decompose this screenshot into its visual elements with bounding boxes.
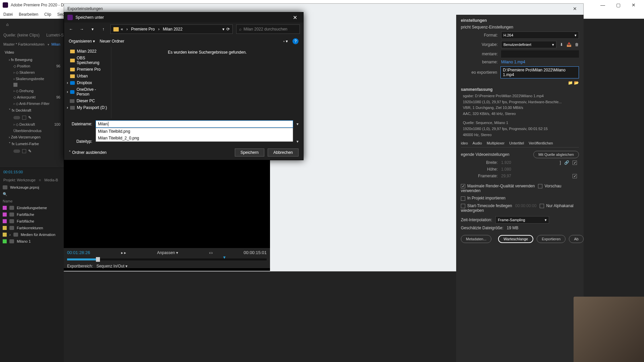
close-button[interactable]: ✕ — [626, 0, 641, 10]
filetype-dropdown[interactable]: ▾ — [297, 139, 299, 144]
filename-dropdown[interactable]: ▾ — [297, 122, 299, 126]
tab-audio[interactable]: Audio — [473, 141, 482, 145]
prop-position[interactable]: ◇ Position96 — [0, 63, 64, 69]
save-button[interactable]: Speichern — [235, 148, 264, 157]
lumetri-tools[interactable]: ✎ — [0, 147, 64, 155]
tab-video[interactable]: ideo — [461, 141, 468, 145]
tree-premiere[interactable]: Premiere Pro — [64, 66, 111, 73]
cancel-button[interactable]: Abbrechen — [268, 148, 299, 157]
prop-opacity-val[interactable]: › ◇ Deckkraft100 — [0, 121, 64, 128]
fx-timeremap[interactable]: › Zeit-Verzerrungen — [0, 134, 64, 140]
prop-uniform[interactable] — [0, 82, 64, 88]
link-icon[interactable]: 🔗 — [564, 160, 569, 165]
prop-scalewidth[interactable]: › Skalierungsbreite — [0, 76, 64, 82]
prop-blendmode[interactable]: Überblendmodus — [0, 128, 64, 134]
menu-edit[interactable]: Bearbeiten — [19, 12, 38, 17]
output-path[interactable]: D:\Premiere Pro\Milan 2022\Milano 1.mp4 — [500, 66, 579, 78]
preset-save-icon[interactable]: ⬇ — [560, 42, 563, 47]
chk-starttc[interactable] — [461, 204, 465, 208]
menu-file[interactable]: Datei — [3, 12, 13, 17]
queue-button[interactable]: Warteschlange — [498, 235, 533, 243]
match-source-button[interactable]: Mit Quelle abgleichen — [533, 151, 579, 158]
export-close-button[interactable]: ✕ — [570, 6, 580, 11]
tree-dropbox[interactable]: ›Dropbox — [64, 79, 111, 86]
refresh-button[interactable]: ⟳ — [226, 27, 230, 32]
view-button[interactable]: ▫ ▾ — [283, 39, 288, 44]
chk-alpha[interactable] — [540, 204, 544, 208]
folder-open-icon[interactable]: 📂 — [574, 80, 579, 85]
minimize-button[interactable]: — — [595, 0, 610, 10]
home-icon[interactable]: ⌂ — [4, 21, 11, 28]
tree-obs[interactable]: OBS Speicherung — [64, 55, 111, 66]
list-item[interactable]: Farbfläche — [0, 211, 64, 218]
list-item[interactable]: Farbfläche — [0, 218, 64, 225]
new-folder-button[interactable]: Neuer Ordner — [100, 39, 124, 44]
list-item[interactable]: ›Medien für Animation — [0, 231, 64, 238]
fx-opacity[interactable]: ˅ fx Deckkraft — [0, 107, 64, 114]
tab-multiplexer[interactable]: Multiplexer — [487, 141, 504, 145]
export-range-select[interactable]: Sequenz In/Out ▾ — [96, 264, 127, 268]
tree-passport[interactable]: ›My Passport (D:) — [64, 104, 111, 111]
name-column[interactable]: Name — [0, 198, 64, 204]
fit-select[interactable]: Anpassen — [157, 250, 175, 255]
breadcrumb-premiere[interactable]: Premiere Pro — [131, 27, 155, 32]
addr-dropdown[interactable]: ▾ — [222, 27, 224, 32]
opacity-tools[interactable]: ✎ — [0, 114, 64, 121]
tab-publish[interactable]: Veröffentlichen — [529, 141, 553, 145]
up-button[interactable]: ↑ — [100, 25, 107, 33]
address-bar[interactable]: « Premiere Pro Milan 2022 ▾ ⟳ — [110, 24, 233, 34]
list-item[interactable]: Farbkorrekturen — [0, 225, 64, 231]
saveas-close-button[interactable]: ✕ — [290, 14, 300, 21]
organize-menu[interactable]: Organisieren ▾ — [69, 39, 95, 44]
recent-dropdown[interactable]: ▾ — [89, 25, 96, 33]
comments-input[interactable] — [501, 50, 579, 58]
preset-delete-icon[interactable]: 🗑 — [575, 42, 579, 47]
help-icon[interactable]: ? — [292, 38, 299, 44]
search-input[interactable]: ⌕ Milan 2022 durchsuchen — [236, 24, 300, 34]
dim-checkbox[interactable] — [573, 161, 577, 165]
menu-clip[interactable]: Clip — [44, 12, 51, 17]
folder-icon[interactable]: 📁 — [568, 80, 573, 85]
chk-preview[interactable] — [538, 184, 542, 188]
suggestion-item[interactable]: Milan Titelbild_2_0.png — [96, 135, 293, 141]
chk-import[interactable] — [461, 196, 465, 201]
slider-knob[interactable] — [96, 257, 100, 262]
ab-button[interactable]: Ab — [569, 235, 583, 243]
interp-select[interactable]: Frame-Sampling▾ — [495, 216, 549, 224]
preset-import-icon[interactable]: 📥 — [567, 42, 572, 47]
list-item[interactable]: Milano 1 — [0, 238, 64, 245]
filename-input[interactable]: Milan — [96, 120, 293, 128]
search-row[interactable]: 🔍 — [0, 191, 64, 198]
maximize-button[interactable]: ▢ — [610, 0, 626, 10]
prop-anchor[interactable]: ◇ Ankerpunkt96 — [0, 94, 64, 101]
breadcrumb-milan[interactable]: Milan 2022 — [163, 27, 182, 32]
back-button[interactable]: ← — [67, 25, 75, 33]
export-button[interactable]: Exportieren — [537, 235, 566, 243]
prop-scale[interactable]: › ◇ Skalieren — [0, 69, 64, 76]
play2-icon[interactable]: ▸ — [124, 250, 126, 255]
chk-maxrender[interactable] — [461, 184, 465, 188]
play-icon[interactable]: ▸ — [121, 250, 123, 255]
tree-thispc[interactable]: Dieser PC — [64, 98, 111, 104]
source-tab[interactable]: Quelle: (keine Clips) — [3, 33, 40, 38]
tree-onedrive[interactable]: ›OneDrive - Person — [64, 86, 111, 98]
preset-select[interactable]: Benutzerdefiniert▾ — [501, 41, 556, 48]
chevron-down-icon[interactable] — [46, 42, 49, 46]
tree-urban[interactable]: Urban — [64, 73, 111, 79]
tab-captions[interactable]: Untertitel — [509, 141, 524, 145]
forward-button[interactable]: → — [78, 25, 86, 33]
list-item[interactable]: Einstellungsebene — [0, 204, 64, 211]
prop-rotation[interactable]: › ◇ Drehung — [0, 88, 64, 94]
timecode-left[interactable]: 00:01:28:26 — [67, 250, 90, 255]
fx-motion[interactable]: › fx Bewegung — [0, 56, 64, 63]
project-tab[interactable]: Projekt: Werkzeuge — [3, 178, 36, 182]
metadata-button[interactable]: Metadaten... — [461, 235, 491, 243]
format-select[interactable]: H.264▾ — [501, 32, 579, 39]
prop-antiflicker[interactable]: › ◇ Anti-Flimmer-Filter — [0, 101, 64, 107]
fx-lumetri[interactable]: ˅ fx Lumetri-Farbe — [0, 140, 64, 147]
media-tab[interactable]: Media-B — [44, 178, 58, 182]
fps-checkbox[interactable] — [573, 174, 577, 178]
output-name-link[interactable]: Milano 1.mp4 — [501, 60, 525, 64]
hide-folders-link[interactable]: ˄Ordner ausblenden — [69, 150, 107, 155]
aspect-icon[interactable]: ▭ — [209, 250, 213, 255]
